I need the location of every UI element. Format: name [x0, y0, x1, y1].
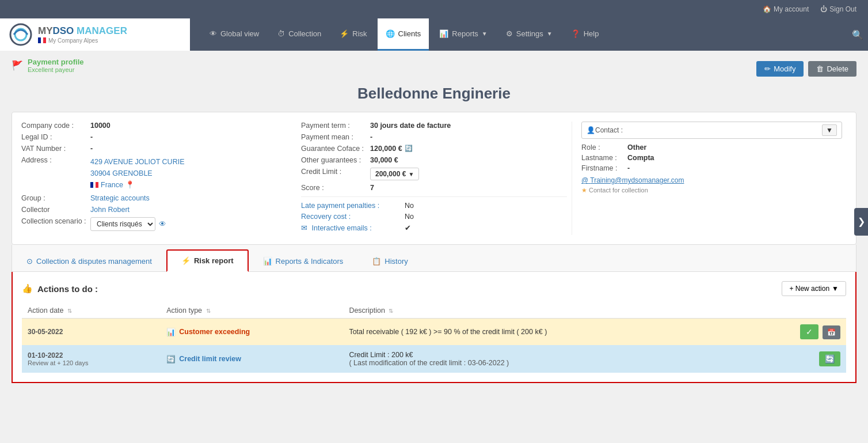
trash-icon: 🗑	[816, 65, 824, 73]
header: MYDSO MANAGER My Company Alpes 👁 Global …	[0, 18, 868, 51]
guarantee-coface-row: Guarantee Coface : 120,000 € 🔄	[301, 145, 567, 153]
scenario-eye-icon[interactable]: 👁	[159, 220, 166, 228]
contact-firstname-label: Firstname :	[581, 164, 627, 172]
date-sort-icon[interactable]: ⇅	[67, 308, 72, 314]
interactive-emails-label[interactable]: ✉ Interactive emails :	[301, 224, 405, 232]
row1-calendar-button[interactable]: 📅	[823, 325, 840, 339]
other-guarantees-row: Other guarantees : 30,000 €	[301, 156, 567, 164]
client-card: Company code : 10000 Legal ID : - VAT Nu…	[12, 112, 856, 245]
edit-icon: ✏	[764, 65, 771, 73]
type-sort-icon[interactable]: ⇅	[206, 308, 211, 314]
company-code-value: 10000	[90, 122, 111, 130]
contact-email-link[interactable]: @ Training@mydsomanager.com	[581, 176, 684, 184]
collector-value[interactable]: John Robert	[90, 206, 130, 214]
sign-out-link[interactable]: ⏻ Sign Out	[820, 5, 856, 13]
scenario-select[interactable]: Clients risqués	[90, 217, 155, 231]
row1-check-button[interactable]: ✓	[800, 324, 818, 339]
tab-history[interactable]: 📋 History	[357, 249, 422, 272]
payment-profile-title: Payment profile	[28, 58, 84, 66]
collector-row: Collector John Robert	[21, 206, 292, 214]
credit-limit-button[interactable]: 200,000 € ▼	[370, 168, 419, 180]
contact-lastname-label: Lastname :	[581, 154, 627, 162]
history-tab-label: History	[384, 257, 408, 266]
nav-settings[interactable]: ⚙ Settings ▼	[498, 18, 561, 51]
payment-term-label: Payment term :	[301, 122, 370, 130]
contact-person-icon: 👤	[587, 126, 595, 134]
help-label: Help	[584, 29, 599, 38]
global-view-label: Global view	[220, 29, 259, 38]
page-title: Belledonne Enginerie	[12, 85, 856, 103]
row1-description: Total receivable ( 192 k€ ) >= 90 % of t…	[343, 319, 746, 346]
logo-my: MY	[38, 25, 53, 36]
credit-limit-label: Credit Limit :	[301, 168, 370, 176]
risk-tab-label: Risk report	[194, 256, 234, 265]
logo-dso: DSO	[53, 25, 74, 36]
row1-type-cell: 📊 Customer exceeding	[161, 319, 343, 346]
address-label: Address :	[21, 156, 90, 164]
vat-row: VAT Number : -	[21, 145, 292, 153]
row2-type-cell: 🔄 Credit limit review	[161, 345, 343, 373]
col-description: Description ⇅	[343, 303, 746, 319]
row2-refresh-button[interactable]: 🔄	[819, 351, 840, 366]
at-icon: @	[581, 176, 588, 184]
other-guarantees-value: 30,000 €	[370, 156, 398, 164]
nav-global-view[interactable]: 👁 Global view	[201, 18, 267, 51]
row2-type-link[interactable]: Credit limit review	[179, 355, 241, 363]
tab-risk-report[interactable]: ⚡ Risk report	[166, 249, 249, 272]
scenario-row: Collection scenario : Clients risqués 👁	[21, 217, 292, 231]
col-type: Action type ⇅	[161, 303, 343, 319]
collector-label: Collector	[21, 206, 90, 214]
row1-action-buttons: ✓ 📅	[746, 319, 846, 346]
col-actions	[746, 303, 846, 319]
contact-dropdown[interactable]: ▼	[822, 124, 837, 136]
settings-dropdown-icon: ▼	[547, 31, 553, 37]
late-section: Late payment penalties : No Recovery cos…	[301, 196, 567, 232]
sync-icon[interactable]: 🔄	[405, 145, 413, 152]
contact-col: 👤 Contact : ▼ Role : Other Lastname : Co…	[572, 122, 847, 235]
nav-help[interactable]: ❓ Help	[563, 18, 607, 51]
bar-chart-icon: 📊	[166, 328, 176, 336]
clients-label: Clients	[398, 29, 421, 38]
tab-collection[interactable]: ⊙ Collection & disputes management	[12, 249, 166, 272]
collection-tab-icon: ⊙	[26, 257, 33, 266]
interactive-emails-value: ✔	[405, 224, 411, 232]
delete-button[interactable]: 🗑 Delete	[808, 61, 856, 77]
new-action-label: + New action	[789, 285, 829, 293]
group-value[interactable]: Strategic accounts	[90, 194, 150, 202]
side-toggle-button[interactable]: ❯	[854, 208, 868, 236]
company-name: My Company Alpes	[48, 37, 98, 44]
score-row: Score : 7	[301, 184, 567, 192]
desc-sort-icon[interactable]: ⇅	[389, 308, 393, 314]
main-content: 🚩 Payment profile Excellent payeur ✏ Mod…	[0, 51, 868, 395]
payment-info-col: Payment term : 30 jours date de facture …	[296, 122, 572, 235]
recovery-cost-label[interactable]: Recovery cost :	[301, 213, 405, 221]
collection-label: Collection	[288, 29, 321, 38]
email-icon: ✉	[301, 224, 307, 232]
svg-point-0	[10, 24, 31, 45]
payment-mean-row: Payment mean : -	[301, 133, 567, 141]
nav-risk[interactable]: ⚡ Risk	[332, 18, 375, 51]
nav-clients[interactable]: 🌐 Clients	[378, 18, 429, 51]
search-icon[interactable]: 🔍	[847, 29, 868, 40]
row1-type-link[interactable]: Customer exceeding	[179, 328, 250, 336]
interactive-emails-row: ✉ Interactive emails : ✔	[301, 224, 567, 232]
legal-id-row: Legal ID : -	[21, 133, 292, 141]
recovery-cost-value: No	[405, 213, 414, 221]
reports-dropdown-icon: ▼	[482, 31, 488, 37]
star-icon: ★	[581, 187, 587, 194]
risk-tab-icon: ⚡	[181, 256, 191, 265]
tab-reports-indicators[interactable]: 📊 Reports & Indicators	[249, 249, 358, 272]
late-penalties-label[interactable]: Late payment penalties :	[301, 202, 405, 210]
company-code-label: Company code :	[21, 122, 90, 130]
user-icon: 🏠	[763, 5, 771, 13]
actions-table: Action date ⇅ Action type ⇅ Description …	[22, 303, 846, 373]
new-action-button[interactable]: + New action ▼	[782, 281, 846, 296]
table-row: 30-05-2022 📊 Customer exceeding Total re…	[22, 319, 846, 346]
nav-collection[interactable]: ⏱ Collection	[269, 18, 329, 51]
contact-firstname-row: Firstname : -	[581, 164, 842, 172]
scenario-label: Collection scenario :	[21, 217, 90, 225]
my-account-link[interactable]: 🏠 My account	[763, 5, 809, 13]
modify-button[interactable]: ✏ Modify	[756, 61, 804, 77]
reports-tab-label: Reports & Indicators	[276, 257, 344, 266]
nav-reports[interactable]: 📊 Reports ▼	[431, 18, 495, 51]
